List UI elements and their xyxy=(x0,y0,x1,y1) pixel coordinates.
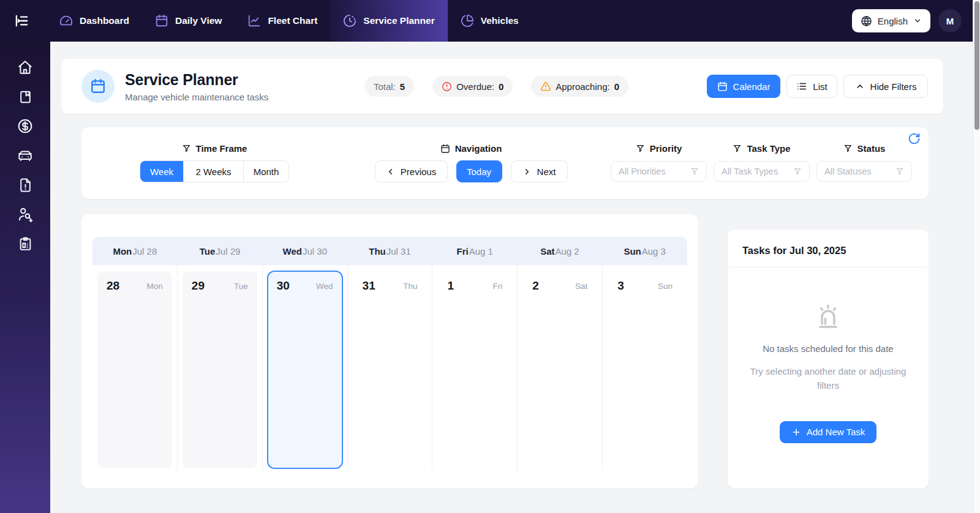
day-date: Jul 31 xyxy=(386,246,411,256)
filters-card: Time Frame Week 2 Weeks Month Navigation… xyxy=(81,127,929,199)
nav-tab-vehicles[interactable]: Vehicles xyxy=(448,0,532,42)
chevron-up-icon xyxy=(855,81,865,91)
dropdown-placeholder: All Statuses xyxy=(824,167,872,176)
funnel-icon xyxy=(182,144,191,153)
filter-group-label: Navigation xyxy=(455,143,502,154)
time-frame-option-2-weeks[interactable]: 2 Weeks xyxy=(183,161,244,182)
day-number: 31 xyxy=(363,279,375,293)
day-name: Thu xyxy=(369,246,386,256)
day-number: 2 xyxy=(532,279,539,293)
stat-value: 0 xyxy=(614,81,619,92)
sidebar-item-customers[interactable] xyxy=(10,200,40,229)
sidebar-toggle-icon xyxy=(13,13,29,29)
button-label: Previous xyxy=(401,167,436,177)
gauge-icon xyxy=(59,14,73,28)
add-new-task-button[interactable]: Add New Task xyxy=(780,421,877,443)
next-button[interactable]: Next xyxy=(511,160,568,182)
scrollbar-thumb[interactable] xyxy=(974,1,979,130)
nav-tabs: Dashboard Daily View Fleet Chart xyxy=(47,0,532,42)
day-abbr: Thu xyxy=(403,282,417,291)
chevron-down-icon xyxy=(913,17,922,25)
sidebar-toggle-button[interactable] xyxy=(9,0,34,42)
sidebar-item-reports[interactable] xyxy=(10,170,40,200)
calendar-day-column-fri[interactable]: 1 Fri xyxy=(432,265,518,470)
funnel-icon xyxy=(636,144,645,153)
calendar-header-day: TueJul 29 xyxy=(178,237,263,265)
day-cell[interactable]: 2 Sat xyxy=(518,265,602,293)
calendar-day-column-mon[interactable]: 28 Mon xyxy=(92,265,178,470)
button-label: Add New Task xyxy=(807,427,865,437)
filter-group-label: Task Type xyxy=(747,143,790,154)
sidebar-item-bookmarks[interactable] xyxy=(10,82,40,111)
plus-icon xyxy=(791,427,801,437)
day-cell[interactable]: 3 Sun xyxy=(603,265,687,293)
user-avatar[interactable]: M xyxy=(938,9,962,32)
left-sidebar xyxy=(0,42,50,513)
calendar-header-row: MonJul 28 TueJul 29 WedJul 30 ThuJul 31 … xyxy=(92,237,687,265)
calendar-day-column-sun[interactable]: 3 Sun xyxy=(603,265,687,470)
calendar-header-day: ThuJul 31 xyxy=(347,237,432,265)
previous-button[interactable]: Previous xyxy=(375,160,448,182)
calendar-day-column-wed-selected[interactable]: 30 Wed xyxy=(263,265,348,470)
day-name: Sat xyxy=(540,246,554,256)
sidebar-item-finance[interactable] xyxy=(10,111,40,141)
day-abbr: Wed xyxy=(316,282,333,291)
home-icon xyxy=(17,59,33,75)
calendar-icon xyxy=(90,78,106,94)
empty-state-hint: Try selecting another date or adjusting … xyxy=(741,364,916,393)
tasks-panel: Tasks for Jul 30, 2025 No tasks schedule… xyxy=(728,230,929,489)
nav-tab-label: Vehicles xyxy=(481,15,519,26)
funnel-icon xyxy=(895,167,904,176)
sidebar-item-equipment[interactable] xyxy=(10,229,40,258)
day-cell[interactable]: 29 Tue xyxy=(183,271,257,468)
status-filter-group: Status All Statuses xyxy=(816,143,912,182)
priority-dropdown[interactable]: All Priorities xyxy=(611,161,707,182)
clipboard-icon xyxy=(18,236,33,252)
time-frame-option-week[interactable]: Week xyxy=(140,161,183,182)
empty-state-title: No tasks scheduled for this date xyxy=(763,343,893,354)
nav-tab-service-planner[interactable]: Service Planner xyxy=(330,0,447,42)
warning-triangle-icon xyxy=(540,81,551,92)
task-type-filter-group: Task Type All Task Types xyxy=(714,143,810,182)
chevron-left-icon xyxy=(386,167,395,176)
day-date: Jul 28 xyxy=(132,246,157,256)
selected-day-cell[interactable]: 30 Wed xyxy=(267,271,343,469)
list-view-button[interactable]: List xyxy=(786,75,837,98)
siren-icon xyxy=(813,302,843,331)
day-cell[interactable]: 1 Fri xyxy=(432,265,517,293)
time-frame-option-month[interactable]: Month xyxy=(244,161,288,182)
tasks-panel-title: Tasks for Jul 30, 2025 xyxy=(728,230,929,267)
calendar-day-column-sat[interactable]: 2 Sat xyxy=(518,265,603,470)
hide-filters-button[interactable]: Hide Filters xyxy=(843,75,928,98)
day-cell[interactable]: 31 Thu xyxy=(348,265,432,293)
nav-tab-fleet-chart[interactable]: Fleet Chart xyxy=(235,0,330,42)
day-cell[interactable]: 28 Mon xyxy=(97,271,172,468)
nav-tab-daily-view[interactable]: Daily View xyxy=(142,0,235,42)
page-header-card: Service Planner Manage vehicle maintenan… xyxy=(61,59,943,114)
nav-tab-dashboard[interactable]: Dashboard xyxy=(47,0,142,42)
user-search-icon xyxy=(17,206,33,222)
calendar-day-column-tue[interactable]: 29 Tue xyxy=(178,265,263,470)
today-button[interactable]: Today xyxy=(456,160,502,182)
sidebar-item-home[interactable] xyxy=(10,53,40,82)
stat-overdue-badge: Overdue: 0 xyxy=(432,76,513,97)
status-dropdown[interactable]: All Statuses xyxy=(816,161,912,182)
nav-tab-label: Service Planner xyxy=(363,15,434,26)
sidebar-item-vehicles[interactable] xyxy=(10,141,40,170)
stat-approaching-badge: Approaching: 0 xyxy=(531,76,628,97)
calendar-header-day: FriAug 1 xyxy=(432,237,518,265)
car-icon xyxy=(17,148,33,163)
calendar-view-button[interactable]: Calendar xyxy=(707,75,780,98)
pie-chart-icon xyxy=(461,14,474,28)
stat-total-badge: Total: 5 xyxy=(364,76,414,97)
top-navbar: Dashboard Daily View Fleet Chart xyxy=(0,0,980,42)
list-icon xyxy=(796,81,807,92)
vertical-scrollbar xyxy=(973,0,980,513)
language-selector[interactable]: English xyxy=(852,9,930,32)
day-abbr: Sat xyxy=(575,282,587,291)
day-abbr: Fri xyxy=(493,282,503,291)
page-title: Service Planner xyxy=(125,71,268,89)
task-type-dropdown[interactable]: All Task Types xyxy=(714,161,810,182)
time-frame-segmented: Week 2 Weeks Month xyxy=(140,160,289,182)
calendar-day-column-thu[interactable]: 31 Thu xyxy=(348,265,433,470)
